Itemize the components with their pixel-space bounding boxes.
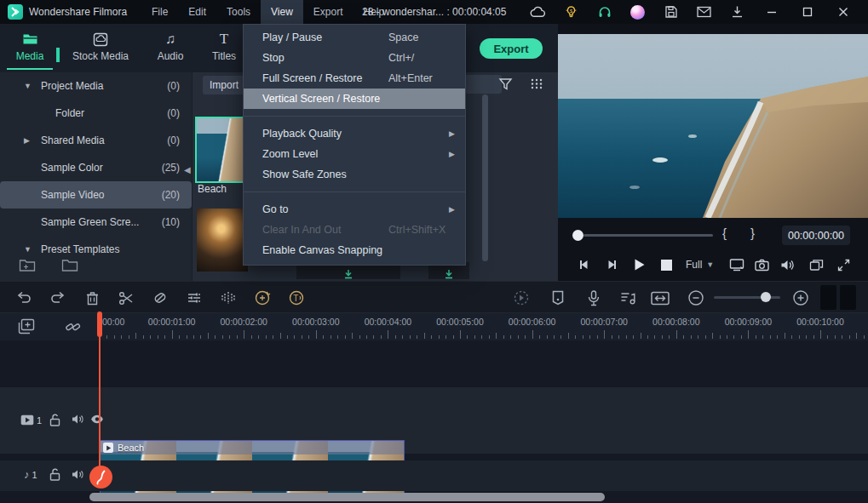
picture-in-picture-icon[interactable] [805, 254, 827, 276]
ruler-start-label: 00:00 [102, 317, 124, 327]
new-folder-icon[interactable] [19, 259, 36, 272]
delete-folder-icon[interactable] [61, 259, 78, 272]
search-input[interactable] [465, 75, 502, 94]
tab-media[interactable]: Media [7, 31, 53, 62]
menu-item-show-safe-zones[interactable]: Show Safe Zones [244, 164, 465, 185]
menubar-item-export[interactable]: Export [303, 0, 354, 24]
menubar-item-edit[interactable]: Edit [178, 0, 216, 24]
menu-item-playback-quality[interactable]: Playback Quality▶ [244, 123, 465, 144]
media-panel-scrollbar[interactable] [482, 94, 488, 261]
redo-icon[interactable] [48, 288, 68, 308]
support-headset-icon[interactable] [588, 0, 621, 24]
stop-button[interactable] [655, 254, 677, 276]
panel-toggle-left[interactable] [820, 285, 836, 310]
collapse-panel-icon[interactable]: ◀ [184, 165, 191, 174]
speed-ramp-icon[interactable] [252, 288, 273, 308]
tab-titles[interactable]: T Titles [204, 31, 244, 62]
filter-icon[interactable] [497, 76, 514, 92]
filmora-logo-icon [8, 4, 23, 20]
fullscreen-icon[interactable] [832, 254, 854, 276]
scrubber-handle[interactable] [572, 230, 583, 241]
play-on-tv-icon[interactable] [726, 254, 748, 276]
playback-quality-select[interactable]: Full ▼ [686, 254, 714, 276]
sidebar-item-folder[interactable]: Folder(0) [0, 100, 192, 127]
submenu-arrow-icon: ▶ [449, 123, 455, 144]
audio-mixer-icon[interactable] [618, 288, 638, 308]
avatar[interactable] [621, 0, 654, 24]
lock-icon[interactable] [49, 468, 60, 481]
tab-stock-media[interactable]: Stock Media [68, 31, 133, 62]
playhead-line[interactable] [99, 313, 101, 468]
save-icon[interactable] [654, 0, 687, 24]
playhead-handle[interactable] [89, 466, 112, 489]
text-to-speech-icon[interactable]: T [286, 288, 307, 308]
tree-arrow-icon[interactable]: ▼ [24, 72, 32, 100]
sidebar-item-project-media[interactable]: ▼Project Media(0) [0, 72, 192, 100]
ruler-label: 00:00:10:00 [796, 317, 843, 327]
menu-item-go-to[interactable]: Go to▶ [244, 199, 465, 220]
menu-item-stop[interactable]: StopCtrl+/ [244, 48, 465, 68]
delete-icon[interactable] [82, 288, 102, 308]
media-item-2[interactable] [197, 209, 248, 272]
menubar-item-view[interactable]: View [261, 0, 303, 24]
timeline-zoom-knob[interactable] [761, 292, 771, 302]
cloud-icon[interactable] [521, 0, 555, 24]
volume-icon[interactable] [776, 254, 798, 276]
sidebar-item-shared-media[interactable]: ▶Shared Media(0) [0, 127, 192, 154]
tree-item-count: (0) [167, 127, 180, 154]
mark-out-button[interactable]: } [750, 226, 755, 240]
lock-icon[interactable] [49, 414, 60, 426]
menubar-item-tools[interactable]: Tools [216, 0, 261, 24]
tab-audio[interactable]: ♫ Audio [147, 31, 194, 62]
menu-item-zoom-level[interactable]: Zoom Level▶ [244, 144, 465, 164]
link-icon[interactable] [65, 319, 81, 334]
close-icon[interactable] [825, 0, 861, 24]
zoom-in-icon[interactable] [790, 288, 811, 308]
voiceover-mic-icon[interactable] [583, 288, 604, 308]
sidebar-item-sample-color[interactable]: Sample Color(25) [0, 154, 192, 181]
zoom-out-icon[interactable] [686, 288, 706, 308]
crop-icon[interactable] [150, 288, 170, 308]
media-item-beach[interactable] [197, 118, 248, 181]
previous-frame-button[interactable] [573, 254, 595, 276]
snapshot-camera-icon[interactable] [750, 254, 773, 276]
panel-toggle-right[interactable] [840, 285, 856, 310]
render-preview-icon[interactable] [511, 288, 532, 308]
sidebar-item-sample-video[interactable]: Sample Video(20) [0, 181, 192, 209]
scrubber-track[interactable] [583, 234, 713, 237]
grid-view-icon[interactable] [529, 76, 544, 91]
audio-track-icon: ♪1 [24, 468, 37, 481]
ruler-label: 00:00:09:00 [725, 317, 772, 327]
menu-item-full-screen[interactable]: Full Screen / RestoreAlt+Enter [244, 68, 465, 89]
menu-item-play-pause[interactable]: Play / PauseSpace [244, 27, 465, 48]
maximize-icon[interactable] [790, 0, 825, 24]
manage-tracks-icon[interactable] [17, 317, 36, 335]
sidebar-item-sample-green-scre-[interactable]: Sample Green Scre...(10) [0, 209, 192, 236]
tab-label: Titles [212, 50, 236, 62]
play-button[interactable] [628, 254, 650, 276]
tree-arrow-icon[interactable]: ▶ [24, 127, 30, 154]
split-scissors-icon[interactable] [116, 288, 136, 308]
menu-item-enable-canvas-snapping[interactable]: Enable Canvas Snapping [244, 240, 465, 260]
download-icon[interactable] [721, 0, 754, 24]
tree-item-count: (0) [167, 100, 180, 127]
mark-in-button[interactable]: { [722, 226, 727, 240]
undo-icon[interactable] [14, 288, 34, 308]
email-icon[interactable] [687, 0, 721, 24]
hide-track-eye-icon[interactable] [90, 414, 104, 424]
next-frame-button[interactable] [601, 254, 623, 276]
mute-speaker-icon[interactable] [72, 414, 84, 425]
timeline-horizontal-scrollbar[interactable] [89, 493, 605, 501]
media-item-label: Beach [198, 183, 227, 195]
import-button[interactable]: Import [203, 76, 245, 94]
marker-icon[interactable] [548, 288, 568, 308]
tips-bulb-icon[interactable]: $ [555, 0, 588, 24]
mute-speaker-icon[interactable] [72, 469, 84, 480]
color-adjust-icon[interactable] [184, 288, 204, 308]
fit-timeline-icon[interactable] [650, 288, 670, 308]
menubar-item-file[interactable]: File [141, 0, 178, 24]
keyframe-icon[interactable] [218, 288, 239, 308]
minimize-icon[interactable] [754, 0, 790, 24]
menu-item-vertical-screen[interactable]: Vertical Screen / Restore [244, 89, 465, 109]
export-button[interactable]: Export [480, 38, 543, 59]
